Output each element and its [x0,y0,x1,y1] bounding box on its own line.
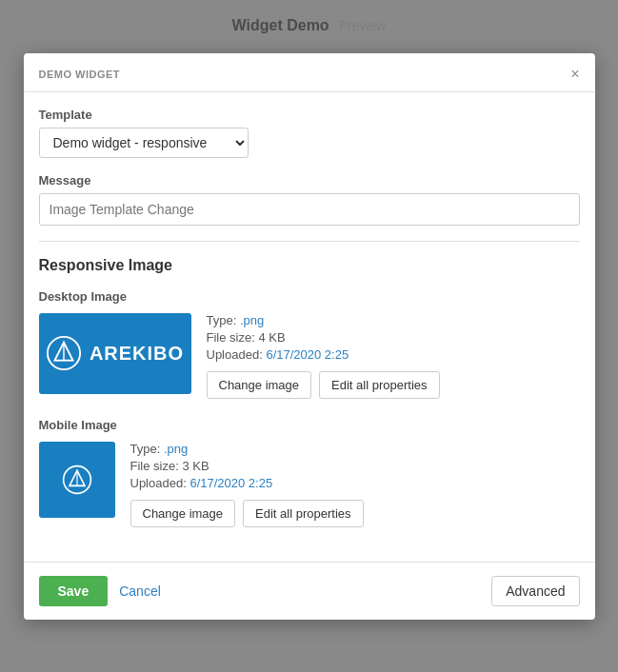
arekibo-mobile-icon [62,464,92,495]
mobile-change-image-button[interactable]: Change image [130,500,236,527]
mobile-type-value[interactable]: .png [164,442,188,456]
mobile-type-label: Type: [130,442,161,456]
template-select[interactable]: Demo widget - responsive Demo widget - f… [39,128,249,158]
arekibo-desktop-text: AREKIBO [90,343,184,365]
mobile-uploaded-label: Uploaded: [130,476,187,490]
template-group: Template Demo widget - responsive Demo w… [39,108,580,158]
desktop-filesize-label: File size: [207,330,255,345]
modal-title: DEMO WIDGET [39,69,121,80]
mobile-image-section: Mobile Image Type: .png [39,418,580,527]
desktop-filesize-value: 4 KB [258,330,285,345]
desktop-uploaded-label: Uploaded: [207,347,263,362]
desktop-type-label: Type: [207,313,237,327]
modal-close-button[interactable]: × [570,67,579,82]
desktop-image-title: Desktop Image [39,289,580,304]
desktop-image-section: Desktop Image AREKIBO [39,289,580,399]
footer-left-actions: Save Cancel [39,576,161,606]
desktop-type-value[interactable]: .png [240,313,264,327]
save-button[interactable]: Save [39,576,109,606]
modal-body: Template Demo widget - responsive Demo w… [24,92,595,562]
advanced-button[interactable]: Advanced [491,576,579,606]
mobile-image-actions: Change image Edit all properties [130,500,580,527]
mobile-filesize-label: File size: [130,459,179,473]
template-label: Template [39,108,580,122]
desktop-change-image-button[interactable]: Change image [207,371,312,399]
arekibo-desktop-icon [46,335,82,371]
mobile-image-row: Type: .png File size: 3 KB Uploaded: 6/1… [39,442,580,527]
modal-footer: Save Cancel Advanced [24,562,595,620]
mobile-image-thumbnail [39,442,115,518]
message-label: Message [39,173,580,188]
desktop-image-thumbnail: AREKIBO [39,313,191,394]
desktop-image-actions: Change image Edit all properties [207,371,580,399]
mobile-uploaded-value[interactable]: 6/17/2020 2:25 [189,476,272,490]
desktop-image-row: AREKIBO Type: .png File size: 4 KB [39,313,580,399]
mobile-filesize-value: 3 KB [182,459,209,473]
desktop-uploaded-row: Uploaded: 6/17/2020 2:25 [207,347,580,362]
message-group: Message [39,173,580,226]
mobile-image-title: Mobile Image [39,418,580,432]
mobile-image-meta: Type: .png File size: 3 KB Uploaded: 6/1… [130,442,580,527]
desktop-type-row: Type: .png [207,313,580,327]
arekibo-desktop-logo: AREKIBO [46,335,184,371]
mobile-uploaded-row: Uploaded: 6/17/2020 2:25 [130,476,580,490]
cancel-button[interactable]: Cancel [119,583,161,599]
section-divider [39,241,580,242]
desktop-uploaded-value[interactable]: 6/17/2020 2:25 [266,347,349,362]
mobile-edit-properties-button[interactable]: Edit all properties [243,500,363,527]
message-input[interactable] [39,193,580,226]
desktop-filesize-row: File size: 4 KB [207,330,580,345]
mobile-filesize-row: File size: 3 KB [130,459,580,473]
desktop-image-meta: Type: .png File size: 4 KB Uploaded: 6/1… [207,313,580,399]
modal-header: DEMO WIDGET × [24,53,595,92]
mobile-type-row: Type: .png [130,442,580,456]
desktop-edit-properties-button[interactable]: Edit all properties [319,371,439,399]
modal-overlay: DEMO WIDGET × Template Demo widget - res… [0,0,618,672]
modal-dialog: DEMO WIDGET × Template Demo widget - res… [24,53,595,620]
responsive-image-title: Responsive Image [39,257,580,274]
